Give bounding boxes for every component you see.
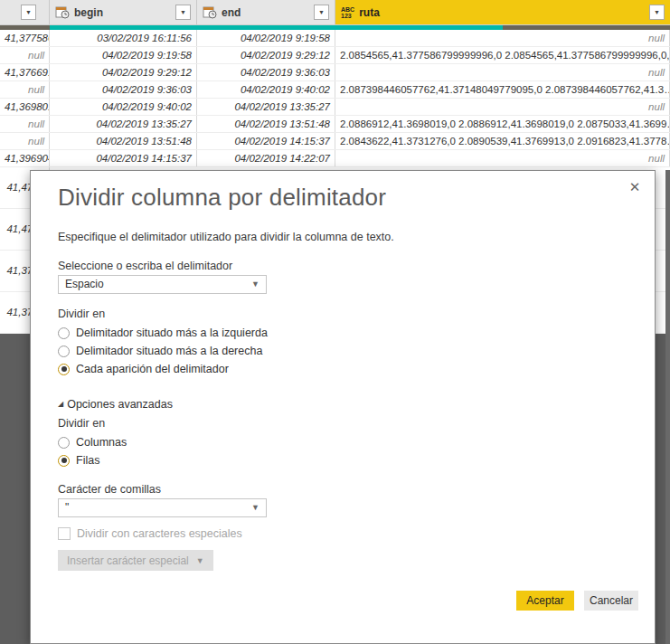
cell-ruta[interactable]: null — [335, 150, 670, 166]
datetime-type-icon — [55, 5, 70, 19]
filter-dropdown-icon: ▼ — [25, 9, 32, 15]
cell-end[interactable]: 04/02/2019 9:19:58 — [197, 30, 335, 46]
filter-button[interactable]: ▼ — [649, 5, 665, 20]
cell-value[interactable]: 41,3969043 — [0, 150, 50, 166]
cell-ruta[interactable]: null — [335, 30, 670, 46]
radio-option-row: Columnas — [58, 434, 127, 450]
close-icon[interactable]: ✕ — [626, 178, 644, 196]
special-characters-label: Dividir con caracteres especiales — [77, 527, 242, 540]
chevron-down-icon: ▼ — [251, 499, 260, 516]
table-row: null04/02/2019 9:19:5804/02/2019 9:29:12… — [0, 47, 670, 64]
split-column-dialog: ✕ Dividir columna por delimitador Especi… — [30, 170, 656, 644]
cell-ruta[interactable]: 2.0843622,41.3731276,0 2.0890539,41.3769… — [335, 133, 670, 149]
quote-character-select[interactable]: " ▼ — [58, 498, 267, 517]
radio-button[interactable] — [58, 346, 70, 357]
column-header-end[interactable]: end ▼ — [197, 0, 335, 24]
cell-end[interactable]: 04/02/2019 13:35:27 — [197, 99, 335, 115]
dialog-description: Especifique el delimitador utilizado par… — [58, 231, 394, 243]
insert-special-character-button[interactable]: Insertar carácter especial ▼ — [58, 550, 213, 571]
datetime-type-icon — [203, 5, 217, 19]
radio-button[interactable] — [58, 327, 70, 339]
cell-ruta[interactable]: 2.0886912,41.3698019,0 2.0886912,41.3698… — [335, 116, 670, 132]
radio-button[interactable] — [58, 364, 70, 375]
filter-dropdown-icon: ▼ — [318, 9, 325, 15]
cell-ruta[interactable]: null — [335, 99, 670, 115]
special-characters-row: Dividir con caracteres especiales — [58, 527, 242, 540]
cancel-button[interactable]: Cancelar — [584, 591, 638, 611]
column-header-label: ruta — [359, 6, 645, 19]
radio-option-row: Filas — [58, 452, 127, 469]
radio-button[interactable] — [58, 437, 70, 449]
cell-value[interactable]: null — [0, 133, 50, 149]
table-row: 41,369801904/02/2019 9:40:0204/02/2019 1… — [0, 99, 670, 116]
cell-value[interactable]: 41,3775868 — [0, 30, 50, 46]
cell-value[interactable]: 41,3698019 — [0, 99, 50, 115]
split-at-label: Dividir en — [58, 308, 105, 320]
delimiter-label: Seleccione o escriba el delimitador — [58, 260, 232, 272]
split-into-radio-group: ColumnasFilas — [58, 434, 127, 470]
table-row: 41,376691204/02/2019 9:29:1204/02/2019 9… — [0, 64, 670, 81]
cell-end[interactable]: 04/02/2019 13:51:48 — [197, 116, 335, 132]
radio-option-label: Filas — [76, 454, 99, 467]
cell-begin[interactable]: 04/02/2019 9:40:02 — [50, 99, 197, 115]
cell-value[interactable]: null — [0, 47, 50, 63]
advanced-options-toggle[interactable]: ◢ Opciones avanzadas — [58, 398, 173, 411]
radio-option-row: Cada aparición del delimitador — [58, 361, 268, 377]
radio-button[interactable] — [58, 455, 70, 467]
filter-button[interactable]: ▼ — [21, 5, 36, 20]
cell-begin[interactable]: 04/02/2019 9:36:03 — [50, 81, 197, 98]
split-at-radio-group: Delimitador situado más a la izquierdaDe… — [58, 325, 268, 379]
dialog-title: Dividir columna por delimitador — [58, 184, 386, 212]
cell-begin[interactable]: 04/02/2019 13:35:27 — [50, 116, 197, 132]
radio-option-label: Columnas — [76, 436, 127, 449]
power-query-editor: ▼ begin ▼ end ▼ — [0, 0, 670, 644]
radio-option-label: Delimitador situado más a la izquierda — [76, 327, 268, 339]
filter-dropdown-icon: ▼ — [654, 9, 660, 15]
radio-option-row: Delimitador situado más a la derecha — [58, 343, 268, 359]
radio-option-label: Cada aparición del delimitador — [76, 363, 229, 375]
column-header-label: begin — [74, 6, 171, 19]
cell-end[interactable]: 04/02/2019 14:22:07 — [197, 150, 335, 166]
quote-select-value: " — [65, 501, 69, 514]
cell-end[interactable]: 04/02/2019 9:40:02 — [197, 81, 335, 98]
cell-end[interactable]: 04/02/2019 14:15:37 — [197, 133, 335, 149]
table-row: null04/02/2019 9:36:0304/02/2019 9:40:02… — [0, 81, 670, 99]
cell-ruta[interactable]: null — [335, 64, 670, 80]
table-row: null04/02/2019 13:35:2704/02/2019 13:51:… — [0, 116, 670, 133]
split-into-label: Dividir en — [58, 417, 105, 430]
cell-end[interactable]: 04/02/2019 9:36:03 — [197, 64, 335, 80]
cell-begin[interactable]: 04/02/2019 13:51:48 — [50, 133, 197, 149]
cell-end[interactable]: 04/02/2019 9:29:12 — [197, 47, 335, 63]
table-row: 41,377586803/02/2019 16:11:5604/02/2019 … — [0, 30, 670, 47]
table-header-row: ▼ begin ▼ end ▼ — [0, 0, 670, 25]
filter-button[interactable]: ▼ — [175, 5, 191, 20]
special-characters-checkbox[interactable] — [58, 527, 71, 540]
cell-ruta[interactable]: 2.0854565,41.377586799999996,0 2.0854565… — [335, 47, 670, 63]
chevron-down-icon: ▼ — [251, 276, 260, 293]
cell-begin[interactable]: 04/02/2019 9:29:12 — [50, 64, 197, 80]
radio-option-row: Delimitador situado más a la izquierda — [58, 325, 268, 341]
cell-value[interactable]: null — [0, 116, 50, 132]
cell-value[interactable]: null — [0, 81, 50, 98]
column-header-ruta-selected[interactable]: ABC 123 ruta ▼ — [335, 0, 670, 24]
text-type-icon: ABC 123 — [341, 6, 354, 19]
vertical-scrollbar[interactable] — [665, 170, 670, 644]
column-header-begin[interactable]: begin ▼ — [50, 0, 197, 24]
cell-begin[interactable]: 04/02/2019 9:19:58 — [50, 47, 197, 63]
cell-value[interactable]: 41,3766912 — [0, 64, 50, 80]
accept-button[interactable]: Aceptar — [516, 591, 574, 611]
insert-special-character-label: Insertar carácter especial — [67, 554, 189, 567]
delimiter-select[interactable]: Espacio ▼ — [58, 275, 267, 294]
cell-begin[interactable]: 04/02/2019 14:15:37 — [50, 150, 197, 166]
table-row: 41,396904304/02/2019 14:15:3704/02/2019 … — [0, 150, 670, 167]
cell-begin[interactable]: 03/02/2019 16:11:56 — [50, 30, 197, 46]
cell-ruta[interactable]: 2.087398446057762,41.37148049779095,0 2.… — [335, 81, 670, 98]
table-row: null04/02/2019 13:51:4804/02/2019 14:15:… — [0, 133, 670, 150]
filter-button[interactable]: ▼ — [314, 5, 329, 20]
filter-dropdown-icon: ▼ — [180, 9, 186, 15]
radio-option-label: Delimitador situado más a la derecha — [76, 345, 262, 357]
column-header-clipped[interactable]: ▼ — [0, 0, 50, 24]
chevron-down-icon: ▼ — [196, 556, 204, 565]
quote-character-label: Carácter de comillas — [58, 483, 161, 496]
table-body: 41,377586803/02/2019 16:11:5604/02/2019 … — [0, 30, 670, 167]
